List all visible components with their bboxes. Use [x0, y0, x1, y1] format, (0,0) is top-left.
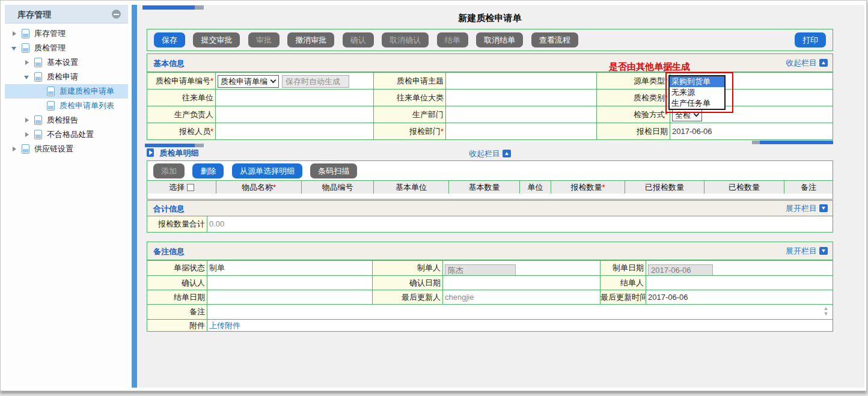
chevron-right-icon[interactable]: [13, 31, 16, 36]
main-content: 新建质检申请单 保存 提交审批 审批 撤消审批 确认 取消确认 结单 取消结单 …: [137, 5, 864, 388]
total-title: 合计信息: [153, 204, 185, 213]
chevron-down-icon[interactable]: [24, 76, 29, 79]
save-button[interactable]: 保存: [154, 32, 185, 47]
dropdown-option[interactable]: 采购到货单: [670, 76, 724, 87]
source-type-dropdown: 采购到货单 无来源 生产任务单: [668, 75, 726, 110]
prod-owner-value[interactable]: [216, 106, 374, 123]
attachment-label: 附件: [147, 320, 207, 331]
remark-row: 确认人 确认日期 结单人: [147, 275, 833, 290]
remark-row: 单据状态 制单 制单人 陈杰 制单日期 2017-06-06: [147, 260, 833, 275]
chevron-right-icon[interactable]: [13, 147, 16, 151]
expand-total-link[interactable]: 展开栏目: [786, 201, 828, 216]
applicant-value[interactable]: [216, 123, 374, 139]
column-item-code: 物品编号: [302, 181, 374, 193]
approve-button[interactable]: 审批: [248, 32, 280, 47]
basic-horizontal-scrollbar[interactable]: [752, 141, 833, 144]
panel-splitter[interactable]: [132, 5, 137, 388]
collapse-detail-link[interactable]: 收起栏目: [469, 148, 511, 159]
delete-row-button[interactable]: 删除: [192, 163, 224, 178]
maker-value: 陈杰: [443, 261, 601, 275]
close-bill-button[interactable]: 结单: [437, 32, 468, 47]
partner-label: 往来单位: [147, 90, 216, 106]
view-flow-button[interactable]: 查看流程: [531, 32, 578, 47]
apply-date-value[interactable]: 2017-06-06: [670, 123, 833, 139]
chevron-down-icon[interactable]: [11, 47, 16, 50]
document-icon: [34, 115, 42, 125]
partner-value[interactable]: [216, 90, 374, 106]
sidebar-item-defective-disposal[interactable]: 不合格品处置: [5, 127, 128, 142]
total-header: 合计信息 展开栏目: [147, 201, 833, 216]
collapse-link-label: 收起栏目: [469, 149, 500, 158]
maker-label: 制单人: [373, 261, 443, 275]
dropdown-option[interactable]: 无来源: [670, 87, 724, 98]
sidebar-item-qc-apply[interactable]: 质检申请: [5, 70, 128, 84]
textarea-scroll-arrows[interactable]: ▲▼: [822, 306, 830, 317]
dropdown-option[interactable]: 生产任务单: [670, 98, 724, 109]
sidebar-item-supply-chain-settings[interactable]: 供应链设置: [5, 142, 128, 156]
collapse-up-icon[interactable]: [819, 59, 828, 67]
sidebar-item-basic-settings[interactable]: 基本设置: [5, 55, 128, 70]
apply-dept-label: 报检部门*: [374, 123, 446, 139]
confirmer-value: [207, 276, 373, 290]
select-all-checkbox[interactable]: [187, 184, 194, 191]
sidebar-item-new-qc-apply[interactable]: 新建质检申请单: [5, 84, 128, 99]
prod-dept-label: 生产部门: [374, 106, 446, 123]
column-item-name: 物品名称*: [216, 181, 302, 193]
expand-link-label: 展开栏目: [786, 204, 817, 213]
minus-circle-icon[interactable]: [112, 10, 121, 19]
sidebar-item-label: 质检申请: [47, 70, 78, 84]
remark-row: 附件 上传附件: [147, 319, 833, 331]
add-row-button[interactable]: 添加: [153, 163, 185, 178]
basic-info-title: 基本信息: [153, 59, 185, 68]
cancel-close-button[interactable]: 取消结单: [476, 32, 523, 47]
detail-toolbar: 添加 删除 从源单选择明细 条码扫描: [147, 161, 833, 180]
sum-value: 0.00: [207, 216, 833, 232]
update-time-value: 2017-06-06: [646, 290, 833, 304]
inspect-mode-label: 检验方式*: [597, 106, 670, 123]
note-value[interactable]: ▲▼: [207, 305, 833, 319]
column-select: 选择: [147, 181, 216, 193]
expand-down-icon[interactable]: [819, 247, 828, 255]
confirmer-label: 确认人: [147, 276, 207, 290]
document-icon: [34, 72, 42, 82]
chevron-right-icon[interactable]: [25, 60, 29, 65]
sidebar-item-qc-apply-list[interactable]: 质检申请单列表: [5, 99, 128, 113]
chevron-right-icon[interactable]: [25, 118, 29, 123]
sidebar-item-label: 库存管理: [34, 26, 66, 41]
sidebar-item-qc-management[interactable]: 质检管理: [5, 41, 128, 55]
upload-attachment-link[interactable]: 上传附件: [209, 321, 240, 330]
collapse-up-icon[interactable]: [503, 150, 511, 157]
prod-dept-value[interactable]: [446, 106, 597, 123]
bill-no-input[interactable]: 保存时自动生成: [282, 75, 349, 88]
collapse-section-link[interactable]: 收起栏目: [786, 54, 828, 72]
section-arrow-icon[interactable]: [147, 148, 154, 157]
make-date-value: 2017-06-06: [646, 261, 833, 275]
detail-grid-header: 选择 物品名称* 物品编号 基本单位 基本数量 单位 报检数量* 已报检数量 已…: [147, 180, 833, 193]
expand-remark-link[interactable]: 展开栏目: [786, 242, 828, 260]
attachment-value: 上传附件: [207, 320, 833, 331]
applicant-label: 报检人员*: [147, 123, 216, 139]
sidebar-item-label: 供应链设置: [34, 142, 73, 156]
sidebar-item-inventory[interactable]: 库存管理: [5, 26, 128, 41]
submit-approval-button[interactable]: 提交审批: [193, 32, 240, 47]
bill-no-rule-select[interactable]: 质检申请单编: [218, 75, 279, 88]
cancel-approval-button[interactable]: 撤消审批: [287, 32, 334, 47]
sidebar-item-qc-report[interactable]: 质检报告: [5, 113, 128, 127]
cancel-confirm-button[interactable]: 取消确认: [382, 32, 429, 47]
select-from-source-button[interactable]: 从源单选择明细: [232, 163, 302, 178]
print-button[interactable]: 打印: [795, 32, 826, 47]
detail-title: 质检单明细: [159, 148, 198, 157]
top-horizontal-scrollbar[interactable]: [142, 5, 204, 10]
subject-value[interactable]: [446, 73, 597, 89]
bill-no-label: 质检申请单编号*: [147, 73, 216, 89]
closer-value: [646, 276, 833, 290]
chevron-right-icon[interactable]: [25, 132, 29, 137]
expand-down-icon[interactable]: [819, 204, 828, 212]
confirm-button[interactable]: 确认: [343, 32, 374, 47]
column-checked-qty: 已检数量: [704, 181, 784, 193]
document-icon: [22, 29, 29, 38]
apply-dept-value[interactable]: [446, 123, 597, 139]
barcode-scan-button[interactable]: 条码扫描: [310, 163, 357, 178]
partner-cat-value[interactable]: [446, 90, 597, 106]
bill-no-value: 质检申请单编保存时自动生成: [216, 73, 374, 89]
